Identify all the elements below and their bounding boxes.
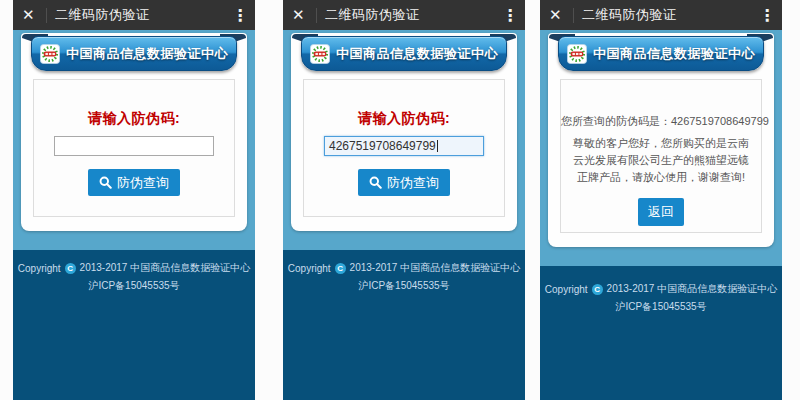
content-frame: 中国商品信息数据验证中心 您所查询的防伪码是：4267519708649799 … (540, 30, 782, 266)
starburst-badge-icon (567, 44, 587, 64)
close-icon[interactable]: ✕ (292, 0, 312, 30)
page-title: 二维码防伪验证 (325, 6, 502, 24)
site-banner-title: 中国商品信息数据验证中心 (336, 45, 498, 63)
icp-number: 沪ICP备15045535号 (13, 279, 255, 293)
copyright-icon: C (335, 263, 346, 274)
kebab-menu-icon[interactable]: ⋮ (502, 6, 516, 25)
result-panel: 您所查询的防伪码是：4267519708649799 尊敬的客户您好，您所购买的… (560, 79, 762, 233)
code-input-value: 4267519708649799 (329, 139, 436, 153)
text-caret (437, 140, 438, 152)
verify-button-label: 防伪查询 (387, 174, 439, 192)
site-banner: 中国商品信息数据验证中心 (31, 36, 237, 71)
form-panel: 请输入防伪码: 4267519708649799 防伪查询 (303, 79, 505, 217)
result-message: 尊敬的客户您好，您所购买的是云南云光发展有限公司生产的熊猫望远镜正牌产品，请放心… (570, 135, 752, 186)
verify-button-label: 防伪查询 (117, 174, 169, 192)
copyright-line: Copyright C 2013-2017 中国商品信息数据验证中心 (540, 282, 782, 296)
titlebar-divider (316, 8, 317, 23)
search-icon (99, 176, 112, 189)
site-banner: 中国商品信息数据验证中心 (558, 36, 764, 71)
close-icon[interactable]: ✕ (22, 0, 42, 30)
form-panel: 请输入防伪码: 防伪查询 (33, 79, 235, 217)
content-card: 中国商品信息数据验证中心 请输入防伪码: 防伪查询 (21, 33, 247, 231)
kebab-menu-icon[interactable]: ⋮ (759, 6, 773, 25)
copyright-line: Copyright C 2013-2017 中国商品信息数据验证中心 (13, 261, 255, 275)
copyright-prefix: Copyright (545, 284, 588, 295)
site-banner: 中国商品信息数据验证中心 (301, 36, 507, 71)
content-card: 中国商品信息数据验证中心 请输入防伪码: 4267519708649799 (291, 33, 517, 231)
starburst-badge-icon (40, 44, 60, 64)
code-input[interactable] (54, 136, 214, 156)
verify-button[interactable]: 防伪查询 (358, 169, 450, 196)
page-footer: Copyright C 2013-2017 中国商品信息数据验证中心 沪ICP备… (540, 266, 782, 400)
copyright-icon: C (592, 284, 603, 295)
site-banner-title: 中国商品信息数据验证中心 (66, 45, 228, 63)
icp-number: 沪ICP备15045535号 (540, 300, 782, 314)
copyright-line: Copyright C 2013-2017 中国商品信息数据验证中心 (283, 261, 525, 275)
copyright-icon: C (65, 263, 76, 274)
phone-screen-3: ✕ 二维码防伪验证 ⋮ 中国商品信息数据验证中心 (540, 0, 782, 400)
site-banner-title: 中国商品信息数据验证中心 (593, 45, 755, 63)
content-frame: 中国商品信息数据验证中心 请输入防伪码: 防伪查询 (13, 30, 255, 250)
content-frame: 中国商品信息数据验证中心 请输入防伪码: 4267519708649799 (283, 30, 525, 250)
copyright-text: 2013-2017 中国商品信息数据验证中心 (80, 261, 251, 275)
code-label: 请输入防伪码: (34, 110, 234, 128)
phone-screen-1: ✕ 二维码防伪验证 ⋮ 中国商品信息数据验证中心 (13, 0, 255, 400)
verify-button[interactable]: 防伪查询 (88, 169, 180, 196)
back-button-label: 返回 (648, 203, 674, 221)
page-footer: Copyright C 2013-2017 中国商品信息数据验证中心 沪ICP备… (13, 250, 255, 400)
page-title: 二维码防伪验证 (582, 6, 759, 24)
copyright-text: 2013-2017 中国商品信息数据验证中心 (350, 261, 521, 275)
copyright-prefix: Copyright (288, 263, 331, 274)
copyright-prefix: Copyright (18, 263, 61, 274)
phone-screen-2: ✕ 二维码防伪验证 ⋮ 中国商品信息数据验证中心 (283, 0, 525, 400)
content-card: 中国商品信息数据验证中心 您所查询的防伪码是：4267519708649799 … (548, 33, 774, 247)
result-code-text: 您所查询的防伪码是：4267519708649799 (561, 114, 761, 129)
search-icon (369, 176, 382, 189)
starburst-badge-icon (310, 44, 330, 64)
back-button[interactable]: 返回 (638, 198, 684, 226)
titlebar-divider (573, 8, 574, 23)
titlebar-divider (46, 8, 47, 23)
kebab-menu-icon[interactable]: ⋮ (232, 6, 246, 25)
page-footer: Copyright C 2013-2017 中国商品信息数据验证中心 沪ICP备… (283, 250, 525, 400)
copyright-text: 2013-2017 中国商品信息数据验证中心 (607, 282, 778, 296)
titlebar: ✕ 二维码防伪验证 ⋮ (540, 0, 782, 30)
code-label: 请输入防伪码: (304, 110, 504, 128)
screenshot-canvas: ✕ 二维码防伪验证 ⋮ 中国商品信息数据验证中心 (0, 0, 800, 400)
icp-number: 沪ICP备15045535号 (283, 279, 525, 293)
close-icon[interactable]: ✕ (549, 0, 569, 30)
titlebar: ✕ 二维码防伪验证 ⋮ (283, 0, 525, 30)
code-input[interactable]: 4267519708649799 (324, 136, 484, 156)
titlebar: ✕ 二维码防伪验证 ⋮ (13, 0, 255, 30)
page-title: 二维码防伪验证 (55, 6, 232, 24)
